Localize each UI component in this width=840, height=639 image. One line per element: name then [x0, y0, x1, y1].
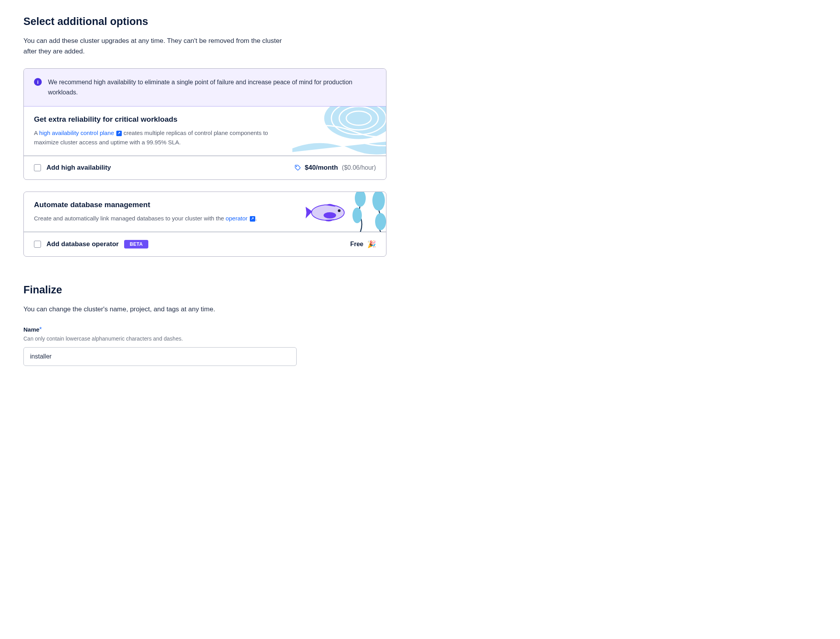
db-desc-a: Create and automatically link managed da… [34, 215, 226, 222]
price-tag-icon [295, 165, 301, 171]
fish-illustration [303, 192, 386, 232]
section-subtitle-finalize: You can change the cluster's name, proje… [23, 304, 289, 314]
ha-checkbox[interactable] [34, 164, 41, 171]
ha-card-footer: Add high availability $40/month ($0.06/h… [24, 156, 386, 179]
ha-option-label: Add high availability [46, 164, 111, 172]
ha-control-plane-link[interactable]: high availability control plane ↗ [39, 130, 122, 136]
db-card-body: Automate database management Create and … [24, 192, 386, 232]
info-icon: i [34, 78, 42, 86]
db-card: Automate database management Create and … [23, 192, 386, 257]
cluster-name-input[interactable] [23, 347, 297, 366]
ha-price-sub: ($0.06/hour) [342, 164, 376, 171]
ha-info-banner: i We recommend high availability to elim… [24, 69, 386, 106]
ha-card-desc: A high availability control plane ↗ crea… [34, 128, 288, 147]
external-link-icon: ↗ [116, 131, 122, 136]
svg-point-11 [338, 209, 341, 212]
svg-point-6 [352, 208, 362, 223]
section-subtitle-options: You can add these cluster upgrades at an… [23, 36, 289, 57]
ha-desc-a: A [34, 130, 39, 136]
section-title-options: Select additional options [23, 16, 386, 28]
required-asterisk: * [39, 326, 42, 333]
db-desc-b: . [255, 215, 257, 222]
db-checkbox[interactable] [34, 241, 41, 248]
external-link-icon: ↗ [250, 216, 255, 222]
db-free-label: Free [350, 241, 363, 248]
name-field-hint: Can only contain lowercase alphanumeric … [23, 335, 386, 342]
db-operator-link[interactable]: operator ↗ [226, 215, 255, 222]
ha-card: i We recommend high availability to elim… [23, 68, 386, 179]
section-title-finalize: Finalize [23, 284, 386, 296]
party-popper-icon: 🎉 [367, 240, 376, 248]
db-card-desc: Create and automatically link managed da… [34, 214, 288, 223]
svg-point-10 [324, 212, 336, 218]
db-card-title: Automate database management [34, 201, 376, 209]
ha-price-main: $40/month [305, 164, 338, 172]
waves-illustration [292, 106, 386, 156]
ha-info-text: We recommend high availability to elimin… [48, 77, 376, 97]
db-card-footer: Add database operator BETA Free 🎉 [24, 232, 386, 256]
beta-badge: BETA [124, 240, 148, 248]
ha-card-title: Get extra reliability for critical workl… [34, 115, 376, 124]
db-option-label: Add database operator [46, 240, 119, 248]
svg-point-8 [375, 213, 386, 230]
name-field-label: Name [23, 326, 39, 333]
svg-point-4 [296, 166, 297, 167]
ha-card-body: Get extra reliability for critical workl… [24, 106, 386, 156]
